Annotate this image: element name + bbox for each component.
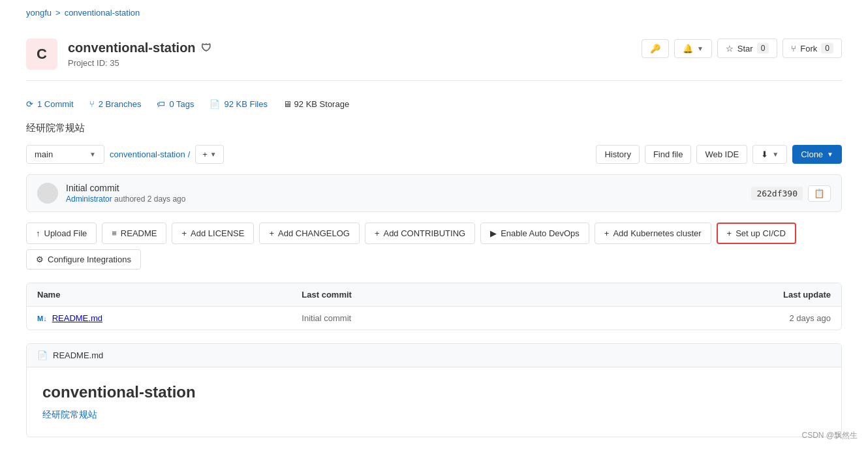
fork-button[interactable]: ⑂ Fork 0: [783, 39, 842, 58]
commit-hash-code: 262df390: [751, 187, 803, 200]
readme-file-icon: 📄: [37, 350, 48, 360]
commit-meta: Administrator authored 2 days ago: [66, 194, 185, 204]
commit-info-left: Initial commit Administrator authored 2 …: [37, 183, 185, 204]
fork-icon: ⑂: [791, 44, 796, 54]
project-info: conventional-station 🛡 Project ID: 35: [68, 40, 211, 68]
path-nav: conventional-station /: [110, 149, 190, 159]
star-button[interactable]: ☆ Star 0: [717, 39, 778, 58]
commit-message: Initial commit: [66, 183, 185, 193]
breadcrumb-user[interactable]: yongfu: [26, 8, 52, 18]
enable-devops-button[interactable]: ▶ Enable Auto DevOps: [480, 223, 589, 244]
file-table: Name Last commit Last update M↓ README.m…: [26, 283, 842, 330]
avatar: [37, 183, 58, 204]
notification-button[interactable]: 🔔 ▼: [674, 39, 712, 58]
chevron-down-icon: ▼: [827, 151, 833, 158]
stat-files[interactable]: 📄 92 KB Files: [209, 99, 267, 109]
stat-branches[interactable]: ⑂ 2 Branches: [89, 99, 142, 109]
stat-tags[interactable]: 🏷 0 Tags: [157, 99, 194, 109]
clone-button[interactable]: Clone ▼: [792, 145, 842, 164]
project-avatar: C: [26, 39, 57, 70]
project-actions: 🔑 🔔 ▼ ☆ Star 0 ⑂ Fork 0: [642, 39, 842, 58]
stat-commits[interactable]: ⟳ 1 Commit: [26, 99, 74, 109]
readme-filename: README.md: [53, 350, 103, 360]
file-link[interactable]: README.md: [52, 313, 102, 323]
readme-button[interactable]: ≡ README: [102, 223, 166, 244]
plus-icon: +: [269, 228, 274, 238]
column-name: Name: [37, 290, 302, 300]
action-buttons: ↑ Upload File ≡ README + Add LICENSE + A…: [26, 223, 842, 270]
branches-icon: ⑂: [89, 99, 95, 109]
plus-icon: +: [202, 149, 208, 159]
add-kubernetes-button[interactable]: + Add Kubernetes cluster: [595, 223, 711, 244]
repo-description: 经研院常规站: [26, 117, 842, 145]
table-row: M↓ README.md Initial commit 2 days ago: [27, 307, 841, 330]
file-name-cell: M↓ README.md: [37, 313, 302, 323]
column-commit: Last commit: [302, 290, 566, 300]
plus-icon: +: [604, 228, 610, 238]
add-changelog-button[interactable]: + Add CHANGELOG: [259, 223, 359, 244]
upload-file-button[interactable]: ↑ Upload File: [26, 223, 97, 244]
chevron-down-icon: ▼: [772, 151, 779, 158]
commit-hash: 262df390 📋: [751, 185, 831, 202]
breadcrumb: yongfu > conventional-station: [26, 0, 842, 28]
commit-info: Initial commit Administrator authored 2 …: [26, 174, 842, 212]
add-contributing-button[interactable]: + Add CONTRIBUTING: [365, 223, 475, 244]
repo-toolbar-right: History Find file Web IDE ⬇ ▼ Clone ▼: [596, 145, 842, 164]
project-id: Project ID: 35: [68, 58, 211, 68]
commit-details: Initial commit Administrator authored 2 …: [66, 183, 185, 204]
breadcrumb-separator: >: [55, 8, 61, 18]
commits-icon: ⟳: [26, 99, 33, 109]
stat-storage: 🖥 92 KB Storage: [283, 99, 349, 109]
repo-toolbar: main ▼ conventional-station / + ▼ Histor…: [26, 145, 842, 164]
shield-icon: 🛡: [201, 42, 211, 54]
chevron-down-icon: ▼: [89, 151, 96, 158]
setup-cicd-button[interactable]: + Set up CI/CD: [717, 223, 796, 244]
commit-author[interactable]: Administrator: [66, 194, 112, 204]
add-path-button[interactable]: + ▼: [195, 145, 224, 164]
plus-icon: +: [181, 228, 187, 238]
file-table-header: Name Last commit Last update: [27, 283, 841, 307]
project-header-left: C conventional-station 🛡 Project ID: 35: [26, 39, 211, 70]
markdown-icon: M↓: [37, 315, 47, 322]
readme-title: conventional-station: [42, 383, 826, 401]
download-icon: ⬇: [761, 149, 768, 159]
file-commit-cell: Initial commit: [302, 313, 566, 323]
key-button[interactable]: 🔑: [642, 39, 669, 58]
integrations-icon: ⚙: [36, 255, 44, 264]
files-icon: 📄: [209, 99, 220, 109]
copy-hash-button[interactable]: 📋: [808, 185, 831, 202]
plus-icon: +: [727, 228, 732, 238]
readme-section: 📄 README.md conventional-station 经研院常规站: [26, 343, 842, 437]
add-license-button[interactable]: + Add LICENSE: [172, 223, 254, 244]
file-date-cell: 2 days ago: [566, 313, 831, 323]
branch-selector[interactable]: main ▼: [26, 145, 104, 164]
devops-icon: ▶: [490, 228, 497, 238]
repo-toolbar-left: main ▼ conventional-station / + ▼: [26, 145, 224, 164]
chevron-down-icon: ▼: [210, 151, 217, 158]
history-button[interactable]: History: [596, 145, 639, 164]
breadcrumb-repo[interactable]: conventional-station: [65, 8, 140, 18]
storage-icon: 🖥: [283, 99, 292, 109]
project-header: C conventional-station 🛡 Project ID: 35 …: [26, 28, 842, 81]
tags-icon: 🏷: [157, 99, 165, 109]
web-ide-button[interactable]: Web IDE: [696, 145, 747, 164]
watermark: CSDN @飘然生: [801, 430, 858, 437]
plus-icon: +: [375, 228, 380, 238]
star-icon: ☆: [726, 44, 734, 54]
repo-stats: ⟳ 1 Commit ⑂ 2 Branches 🏷 0 Tags 📄 92 KB…: [26, 91, 842, 117]
readme-description-link[interactable]: 经研院常规站: [42, 409, 97, 420]
find-file-button[interactable]: Find file: [645, 145, 692, 164]
readme-body: conventional-station 经研院常规站: [27, 367, 841, 437]
upload-icon: ↑: [36, 228, 40, 238]
readme-icon: ≡: [112, 228, 117, 238]
column-update: Last update: [566, 290, 831, 300]
configure-integrations-button[interactable]: ⚙ Configure Integrations: [26, 249, 141, 270]
download-button[interactable]: ⬇ ▼: [752, 145, 787, 164]
readme-header: 📄 README.md: [27, 344, 841, 367]
project-title: conventional-station 🛡: [68, 40, 211, 55]
